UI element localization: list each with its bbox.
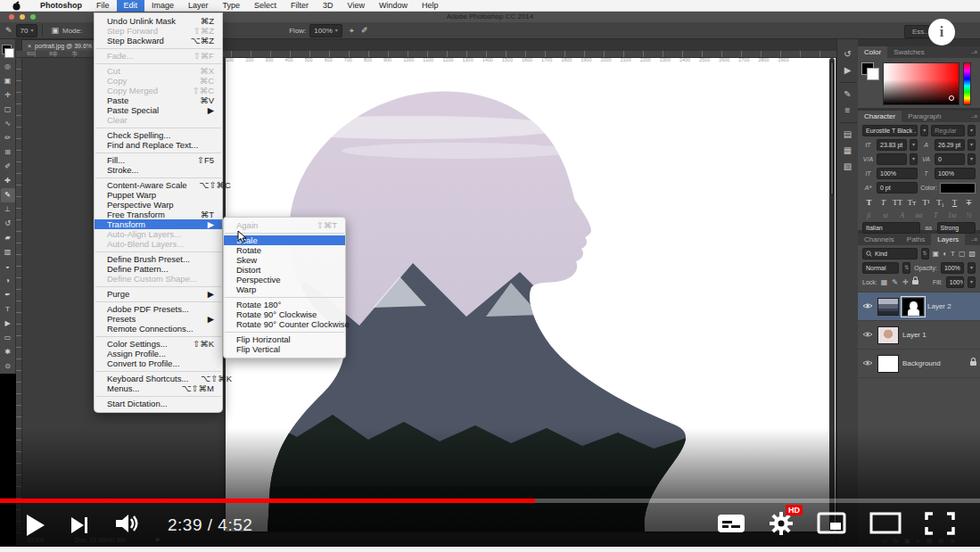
menubar-item[interactable]: Type	[216, 0, 248, 12]
panel-menu-icon[interactable]: -≡	[972, 46, 977, 58]
stepper-icon[interactable]: ⇅	[921, 248, 929, 260]
next-button[interactable]	[71, 517, 87, 533]
panel-tab[interactable]: Color	[858, 46, 887, 58]
horizontal-scale-field[interactable]: 100%	[935, 168, 976, 179]
panel-tab[interactable]: Channels	[858, 234, 901, 245]
menu-item[interactable]: Step Backward ⌥⌘Z	[95, 36, 222, 45]
menubar-item[interactable]: Filter	[284, 0, 316, 12]
text-color-swatch[interactable]	[940, 183, 976, 194]
menu-item[interactable]: Start Dictation...	[95, 399, 222, 408]
tracking-field[interactable]: 0	[935, 153, 965, 165]
panel-tab[interactable]: Layers	[931, 234, 965, 245]
apple-menu-icon[interactable]	[12, 1, 21, 11]
menubar-item[interactable]: Select	[247, 0, 284, 12]
chevron-down-icon[interactable]: ▾	[920, 125, 928, 136]
play-button[interactable]	[27, 515, 45, 536]
quick-mask-button[interactable]: ◎	[1, 60, 15, 74]
small-caps-button[interactable]: Tᴛ	[906, 198, 918, 207]
move-tool[interactable]: ✛	[1, 88, 15, 103]
brush-presets-panel-icon[interactable]: ✎	[838, 87, 858, 103]
chevron-down-icon[interactable]: ▾	[968, 153, 976, 165]
underline-button[interactable]: T	[949, 198, 960, 207]
menu-item[interactable]: Find and Replace Text...	[95, 140, 222, 150]
airbrush-icon[interactable]: ⌖	[350, 26, 354, 36]
history-brush-tool[interactable]: ↺	[1, 217, 15, 231]
marquee-tool[interactable]: ▢	[1, 103, 15, 117]
menu-item[interactable]: Puppet Warp	[95, 190, 222, 200]
crop-tool[interactable]: ⊞	[1, 145, 15, 160]
info-panel-icon[interactable]: ▦	[838, 143, 858, 159]
font-family-field[interactable]: Eurostile T Black ...	[862, 125, 918, 136]
fullscreen-button[interactable]	[925, 512, 955, 539]
menu-item[interactable]: Remote Connections...	[95, 324, 222, 334]
layer-row[interactable]: Layer 1	[858, 321, 980, 350]
menu-item[interactable]: Rotate 180°	[224, 300, 345, 309]
background-color-swatch[interactable]	[867, 68, 879, 80]
menu-item[interactable]: Stroke...	[95, 165, 222, 175]
clone-source-panel-icon[interactable]: ▧	[838, 159, 858, 175]
stepper-icon[interactable]: ⇅	[902, 262, 910, 274]
subscript-button[interactable]: T₁	[935, 198, 946, 207]
ordinals-button[interactable]: 1st	[946, 211, 958, 219]
menu-item[interactable]: Convert to Profile...	[95, 358, 222, 368]
anti-alias-select[interactable]: Strong	[937, 222, 976, 234]
tool-presets-panel-icon[interactable]: ≡	[838, 103, 858, 119]
saturation-brightness-picker[interactable]	[883, 62, 959, 105]
menu-item[interactable]: Rotate 90° Clockwise	[224, 309, 345, 319]
menu-item[interactable]: Paste ⌘V	[95, 95, 222, 105]
subtitles-button[interactable]	[717, 514, 745, 537]
language-select[interactable]: Italian	[862, 222, 920, 234]
blur-tool[interactable]: ◒	[1, 260, 15, 274]
menu-item[interactable]	[225, 332, 344, 333]
menu-item[interactable]	[95, 177, 221, 178]
menu-item[interactable]: Skew	[224, 255, 345, 265]
layer-row[interactable]: Background	[858, 350, 980, 378]
menu-item[interactable]: Auto-Blend Layers...	[95, 239, 222, 249]
swash-button[interactable]: A	[896, 211, 908, 219]
menu-item[interactable]	[95, 152, 221, 153]
menu-item[interactable]: Fill... ⇧F5	[95, 155, 222, 165]
menu-item[interactable]: Check Spelling...	[95, 130, 222, 140]
layer-thumbnail[interactable]	[877, 298, 899, 316]
type-tool[interactable]: T	[1, 302, 15, 317]
menu-item[interactable]: Distort	[224, 265, 345, 275]
layer-name[interactable]: Background	[902, 359, 941, 367]
menu-item[interactable]: Again ⇧⌘T	[224, 220, 345, 230]
menu-item[interactable]	[95, 371, 221, 372]
filter-type-layers-icon[interactable]: T	[951, 250, 955, 258]
filter-pixel-layers-icon[interactable]: ▣	[933, 250, 940, 258]
opacity-field[interactable]: 100%	[941, 262, 964, 274]
chevron-down-icon[interactable]: ▾	[910, 153, 918, 165]
menu-item[interactable]: Keyboard Shortcuts... ⌥⇧⌘K	[95, 374, 222, 383]
eyedropper-tool[interactable]: ✐	[1, 160, 15, 174]
faux-italic-button[interactable]: T	[877, 198, 889, 207]
menu-item[interactable]: Paste Special ▶	[95, 105, 222, 115]
quick-selection-tool[interactable]: ✏	[1, 131, 15, 145]
filter-smart-objects-icon[interactable]: ▧	[968, 250, 976, 258]
menu-item[interactable]: Fade... ⇧⌘F	[95, 51, 222, 61]
visibility-eye-icon[interactable]	[861, 302, 874, 311]
menu-item[interactable]: Menus... ⌥⇧⌘M	[95, 383, 222, 393]
document-tab[interactable]: × portrait.jpg @ 39.6%	[21, 39, 98, 51]
blend-mode-select[interactable]: Normal	[862, 262, 899, 274]
menu-item[interactable]: Cut ⌘X	[95, 66, 222, 76]
menubar-item[interactable]: Image	[144, 0, 181, 12]
lasso-tool[interactable]: ∿	[1, 117, 15, 131]
menu-item[interactable]: Define Brush Preset...	[95, 254, 222, 264]
gradient-tool[interactable]: ▥	[1, 245, 15, 260]
menu-item[interactable]: Color Settings... ⇧⌘K	[95, 339, 222, 349]
menu-item[interactable]: Purge ▶	[95, 289, 222, 299]
clone-stamp-tool[interactable]: ⊥	[1, 202, 15, 217]
menubar-item[interactable]: Edit	[117, 0, 145, 12]
titling-alternates-button[interactable]: T	[930, 211, 942, 219]
chevron-down-icon[interactable]: ▾	[968, 125, 976, 136]
menu-item[interactable]	[95, 286, 221, 287]
layer-row[interactable]: Layer 2	[858, 292, 980, 321]
lock-pixels-icon[interactable]: ✎	[892, 278, 898, 286]
baseline-shift-field[interactable]: 0 pt	[877, 182, 918, 194]
menu-item[interactable]	[95, 48, 221, 49]
superscript-button[interactable]: T¹	[920, 198, 932, 207]
dodge-tool[interactable]: ◑	[1, 274, 15, 288]
volume-button[interactable]	[114, 513, 141, 538]
path-selection-tool[interactable]: ▶	[1, 317, 15, 331]
